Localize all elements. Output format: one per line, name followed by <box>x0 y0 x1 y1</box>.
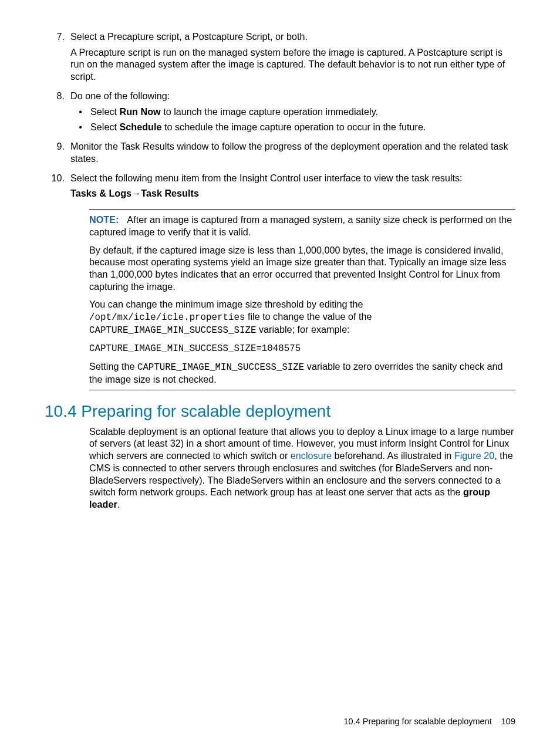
text: . <box>117 499 120 509</box>
bullet-item: • Select Schedule to schedule the image … <box>70 121 515 133</box>
menu-path: Tasks & Logs→Task Results <box>70 187 515 200</box>
section-paragraph: Scalable deployment is an optional featu… <box>89 426 515 511</box>
text: You can change the minimum image size th… <box>89 299 363 309</box>
section-heading: 10.4 Preparing for scalable deployment <box>45 401 515 422</box>
bold-text: Schedule <box>120 121 162 132</box>
bullet-icon: • <box>70 121 90 133</box>
text: Select <box>90 121 120 132</box>
step-number: 7. <box>45 31 70 86</box>
note-block: NOTE:After an image is captured from a m… <box>89 209 515 390</box>
text: to schedule the image capture operation … <box>161 121 426 132</box>
note-text: After an image is captured from a manage… <box>89 214 512 237</box>
step-number: 10. <box>45 172 70 203</box>
code-var: CAPTURE_IMAGE_MIN_SUCCESS_SIZE <box>137 362 304 373</box>
page-footer: 10.4 Preparing for scalable deployment 1… <box>343 717 515 726</box>
link-figure[interactable]: Figure 20 <box>454 450 494 461</box>
step-body: Select the following menu item from the … <box>70 172 515 203</box>
code-var: CAPTURE_IMAGE_MIN_SUCCESS_SIZE <box>89 325 256 336</box>
code-line: CAPTURE_IMAGE_MIN_SUCCESS_SIZE=1048575 <box>89 343 515 355</box>
note-paragraph: You can change the minimum image size th… <box>89 298 515 336</box>
step-8: 8. Do one of the following: • Select Run… <box>45 90 515 137</box>
step-text: Select a Precapture script, a Postcaptur… <box>70 31 515 43</box>
bullet-list: • Select Run Now to launch the image cap… <box>70 106 515 133</box>
bullet-text: Select Run Now to launch the image captu… <box>90 106 515 118</box>
step-text: Do one of the following: <box>70 90 515 102</box>
text: beforehand. As illustrated in <box>332 450 454 461</box>
footer-text: 10.4 Preparing for scalable deployment <box>343 717 491 726</box>
note-label: NOTE: <box>89 214 119 225</box>
section-body: Scalable deployment is an optional featu… <box>89 426 515 511</box>
step-number: 8. <box>45 90 70 137</box>
text: Setting the <box>89 361 137 372</box>
step-body: Select a Precapture script, a Postcaptur… <box>70 31 515 86</box>
step-text: Monitor the Task Results window to follo… <box>70 140 515 164</box>
text: variable; for example: <box>256 324 349 335</box>
text: file to change the value of the <box>245 311 372 322</box>
step-9: 9. Monitor the Task Results window to fo… <box>45 140 515 168</box>
step-text: A Precapture script is run on the manage… <box>70 46 515 83</box>
bullet-icon: • <box>70 106 90 118</box>
step-number: 9. <box>45 140 70 168</box>
note-paragraph: NOTE:After an image is captured from a m… <box>89 214 515 238</box>
text: to launch the image capture operation im… <box>161 106 378 117</box>
step-10: 10. Select the following menu item from … <box>45 172 515 203</box>
note-paragraph: By default, if the captured image size i… <box>89 244 515 293</box>
step-text: Select the following menu item from the … <box>70 172 515 184</box>
note-paragraph: Setting the CAPTURE_IMAGE_MIN_SUCCESS_SI… <box>89 360 515 386</box>
bold-text: Run Now <box>120 106 161 117</box>
link-enclosure[interactable]: enclosure <box>291 450 332 461</box>
step-7: 7. Select a Precapture script, a Postcap… <box>45 31 515 86</box>
content-body: 7. Select a Precapture script, a Postcap… <box>45 31 515 511</box>
step-body: Do one of the following: • Select Run No… <box>70 90 515 137</box>
bullet-text: Select Schedule to schedule the image ca… <box>90 121 515 133</box>
code-path: /opt/mx/icle/icle.properties <box>89 312 245 323</box>
page-number: 109 <box>501 717 515 726</box>
text: Select <box>90 106 120 117</box>
bullet-item: • Select Run Now to launch the image cap… <box>70 106 515 118</box>
step-body: Monitor the Task Results window to follo… <box>70 140 515 168</box>
ordered-steps: 7. Select a Precapture script, a Postcap… <box>45 31 515 203</box>
page: 7. Select a Precapture script, a Postcap… <box>0 0 560 746</box>
